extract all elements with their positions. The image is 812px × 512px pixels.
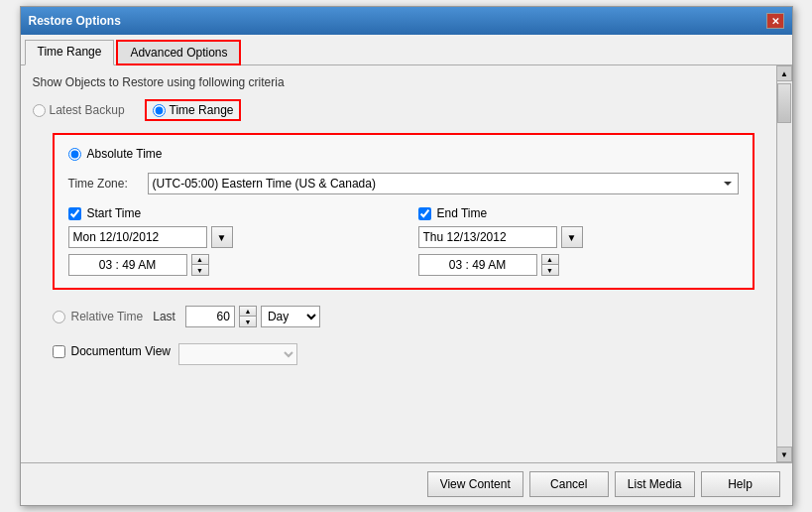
end-time-down[interactable]: ▼ [542, 265, 558, 275]
end-date-row: ▼ [418, 226, 739, 248]
timezone-select[interactable]: (UTC-05:00) Eastern Time (US & Canada) [148, 173, 739, 194]
help-button[interactable]: Help [701, 471, 780, 497]
tab-time-range[interactable]: Time Range [25, 40, 115, 65]
scrollbar-thumb[interactable] [777, 83, 791, 123]
relative-time-option[interactable]: Relative Time [53, 310, 144, 323]
start-time-input[interactable] [68, 254, 187, 276]
documentum-select[interactable] [178, 343, 297, 365]
start-date-row: ▼ [68, 226, 389, 248]
footer: View Content Cancel List Media Help [21, 462, 792, 505]
content-area: Show Objects to Restore using following … [21, 65, 776, 462]
end-time-checkbox-label[interactable]: End Time [418, 206, 739, 220]
end-time-up[interactable]: ▲ [542, 255, 558, 265]
documentum-checkbox-label[interactable]: Documentum View [53, 344, 172, 358]
absolute-time-radio[interactable] [68, 148, 81, 161]
start-time-col: Start Time ▼ ▲ ▼ [68, 206, 389, 276]
window-body: Show Objects to Restore using following … [21, 65, 792, 462]
documentum-row: Documentum View [53, 343, 764, 365]
documentum-label: Documentum View [71, 344, 172, 358]
absolute-time-label: Absolute Time [87, 147, 163, 161]
time-range-label: Time Range [170, 103, 234, 117]
latest-backup-radio[interactable] [33, 104, 46, 117]
end-time-input[interactable] [418, 254, 537, 276]
last-label: Last [153, 310, 175, 323]
tab-advanced-options[interactable]: Advanced Options [116, 40, 241, 65]
start-time-spinner: ▲ ▼ [191, 254, 209, 276]
criteria-text: Show Objects to Restore using following … [33, 75, 764, 89]
start-time-up[interactable]: ▲ [192, 255, 208, 265]
start-time-row: ▲ ▼ [68, 254, 389, 276]
restore-options-window: Restore Options ✕ Time Range Advanced Op… [20, 6, 793, 506]
start-time-checkbox[interactable] [68, 207, 81, 220]
restore-mode-group: Latest Backup Time Range [33, 99, 764, 121]
end-time-row: ▲ ▼ [418, 254, 739, 276]
window-title: Restore Options [29, 14, 121, 28]
end-time-col: End Time ▼ ▲ ▼ [418, 206, 739, 276]
last-input-row: ▲ ▼ Day Week Month [185, 306, 320, 327]
end-time-label: End Time [437, 206, 488, 220]
absolute-time-header: Absolute Time [68, 147, 739, 161]
scrollbar: ▲ ▼ [776, 65, 792, 462]
start-time-checkbox-label[interactable]: Start Time [68, 206, 389, 220]
documentum-checkbox[interactable] [53, 345, 65, 358]
time-range-option[interactable]: Time Range [145, 99, 242, 121]
list-media-button[interactable]: List Media [615, 471, 695, 497]
timezone-row: Time Zone: (UTC-05:00) Eastern Time (US … [68, 173, 739, 194]
end-time-checkbox[interactable] [418, 207, 431, 220]
latest-backup-option[interactable]: Latest Backup [33, 103, 125, 117]
relative-time-radio[interactable] [53, 311, 65, 323]
tab-bar: Time Range Advanced Options [21, 35, 792, 65]
start-date-dropdown-btn[interactable]: ▼ [211, 226, 233, 248]
title-bar: Restore Options ✕ [21, 7, 792, 35]
end-date-input[interactable] [418, 226, 557, 248]
start-date-input[interactable] [68, 226, 207, 248]
last-value-input[interactable] [185, 306, 235, 327]
relative-time-section: Relative Time Last ▲ ▼ Day Week Month [53, 306, 764, 327]
main-content: Show Objects to Restore using following … [21, 65, 776, 462]
datetime-row: Start Time ▼ ▲ ▼ [68, 206, 739, 276]
latest-backup-label: Latest Backup [50, 103, 125, 117]
last-value-down[interactable]: ▼ [240, 317, 256, 326]
relative-time-label: Relative Time [71, 310, 144, 323]
cancel-button[interactable]: Cancel [529, 471, 609, 497]
end-date-dropdown-btn[interactable]: ▼ [561, 226, 583, 248]
start-time-down[interactable]: ▼ [192, 265, 208, 275]
last-value-spinner: ▲ ▼ [239, 306, 257, 327]
start-time-label: Start Time [87, 206, 142, 220]
end-time-spinner: ▲ ▼ [541, 254, 559, 276]
tab-advanced-options-label: Advanced Options [130, 46, 227, 60]
tab-time-range-label: Time Range [38, 45, 102, 59]
absolute-time-box: Absolute Time Time Zone: (UTC-05:00) Eas… [53, 133, 754, 290]
scroll-down-arrow[interactable]: ▼ [776, 447, 792, 462]
period-select[interactable]: Day Week Month [261, 306, 320, 327]
last-value-up[interactable]: ▲ [240, 307, 256, 317]
view-content-button[interactable]: View Content [427, 471, 523, 497]
scroll-up-arrow[interactable]: ▲ [776, 65, 792, 81]
timezone-label: Time Zone: [68, 177, 138, 191]
time-range-radio[interactable] [153, 104, 166, 117]
close-button[interactable]: ✕ [766, 13, 784, 29]
